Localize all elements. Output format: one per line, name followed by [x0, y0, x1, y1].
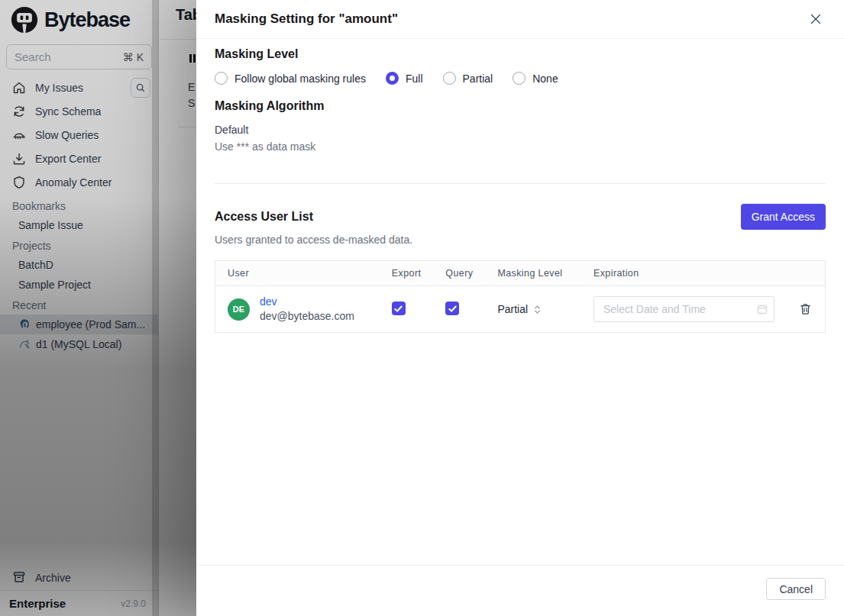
radio-label: Follow global masking rules: [234, 73, 366, 85]
radio-icon: [386, 72, 399, 85]
avatar: DE: [228, 298, 250, 321]
radio-icon: [215, 72, 228, 85]
column-query: Query: [433, 261, 485, 286]
modal-backdrop-overlay: [0, 0, 196, 616]
cancel-button[interactable]: Cancel: [766, 578, 826, 600]
masking-level-heading: Masking Level: [215, 47, 826, 61]
access-user-list-description: Users granted to access de-masked data.: [215, 234, 826, 246]
expiration-field: [593, 296, 774, 322]
sidebar-edge-shadow: [152, 0, 159, 616]
radio-full[interactable]: Full: [386, 72, 423, 85]
masking-algorithm-heading: Masking Algorithm: [215, 99, 826, 113]
dialog-body: Masking Level Follow global masking rule…: [196, 39, 844, 565]
delete-user-button[interactable]: [799, 302, 813, 316]
radio-icon: [513, 72, 525, 85]
expiration-date-input[interactable]: [593, 296, 774, 322]
check-icon: [393, 304, 403, 314]
radio-icon: [443, 72, 456, 85]
radio-label: None: [532, 73, 558, 85]
radio-follow-global[interactable]: Follow global masking rules: [215, 72, 366, 85]
column-export: Export: [380, 261, 434, 286]
dialog-footer: Cancel: [196, 565, 844, 616]
radio-label: Full: [406, 73, 423, 85]
table-row: DE dev dev@bytebase.com: [215, 286, 826, 333]
user-name-link[interactable]: dev: [260, 295, 354, 309]
masking-level-select[interactable]: Partial: [497, 303, 569, 315]
trash-icon: [799, 302, 812, 315]
dialog-header: Masking Setting for "amount": [196, 0, 844, 39]
access-user-table: User Export Query Masking Level Expirati…: [215, 260, 826, 333]
algorithm-name: Default: [215, 123, 826, 137]
access-user-list-header: Access User List Grant Access: [215, 204, 826, 230]
dialog-title: Masking Setting for "amount": [215, 11, 398, 27]
grant-access-button[interactable]: Grant Access: [741, 204, 826, 230]
radio-label: Partial: [463, 73, 493, 85]
radio-partial[interactable]: Partial: [443, 72, 493, 85]
access-user-list-heading: Access User List: [215, 210, 313, 224]
radio-none[interactable]: None: [513, 72, 558, 85]
masking-setting-dialog: Masking Setting for "amount" Masking Lev…: [196, 0, 844, 616]
selected-level: Partial: [497, 303, 528, 315]
query-checkbox[interactable]: [445, 302, 459, 315]
user-email: dev@bytebase.com: [260, 309, 354, 324]
masking-level-radio-group: Follow global masking rules Full Partial…: [215, 72, 826, 85]
column-actions: [787, 261, 826, 286]
check-icon: [448, 304, 458, 314]
table-header-row: User Export Query Masking Level Expirati…: [215, 261, 826, 286]
export-checkbox[interactable]: [392, 302, 406, 315]
algorithm-description: Use *** as data mask: [215, 140, 826, 153]
chevron-up-down-icon: [533, 304, 542, 315]
close-icon[interactable]: [809, 12, 823, 26]
column-expiration: Expiration: [581, 261, 787, 286]
column-masking-level: Masking Level: [485, 261, 581, 286]
divider: [215, 183, 826, 184]
column-user: User: [215, 261, 380, 286]
user-cell: DE dev dev@bytebase.com: [228, 295, 367, 324]
